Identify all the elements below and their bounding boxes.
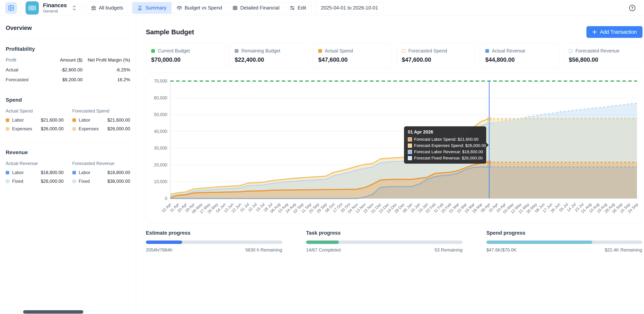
legend-row: Expenses $26,000.00 xyxy=(72,126,130,132)
kpi-label: Forecasted Spend xyxy=(408,48,447,54)
row-label: Actual xyxy=(6,67,46,72)
legend-value: $26,000.00 xyxy=(108,126,130,132)
tooltip-label: Forecast Labor Revenue: $18,800.00 xyxy=(414,150,483,154)
kpi-value: $44,800.00 xyxy=(485,56,554,63)
actual-amount: -$2,800.00 xyxy=(46,67,82,72)
tooltip-row: Forecast Labor Spend: $21,600.00 xyxy=(408,137,482,142)
help-button[interactable]: ? xyxy=(628,4,636,12)
revenue-section: Revenue Actual Revenue Labor $18,800.00 … xyxy=(6,150,130,187)
progress-right-text: $22.4K Remaining xyxy=(605,247,642,253)
page-title: Sample Budget xyxy=(146,28,194,36)
tooltip-label: Forecast Labor Spend: $21,600.00 xyxy=(414,137,478,142)
svg-text:14 Jul: 14 Jul xyxy=(566,202,576,213)
app-title: Finances xyxy=(43,2,67,8)
tab-summary[interactable]: Summary xyxy=(132,2,172,14)
svg-text:30,000: 30,000 xyxy=(154,146,167,150)
spend-progress: Spend progress $47.6K/$70.0K $22.4K Rema… xyxy=(486,230,642,253)
kpi-label: Forecasted Revenue xyxy=(576,48,620,54)
kpi-label: Actual Revenue xyxy=(492,48,526,54)
collapse-sidebar-button[interactable] xyxy=(5,2,17,14)
app-title-block: Finances General xyxy=(43,2,67,14)
all-budgets-label: All budgets xyxy=(99,5,123,11)
view-tabs: Summary Budget vs Spend Det xyxy=(132,2,311,14)
table-icon xyxy=(232,5,238,11)
tab-budget-vs-spend[interactable]: Budget vs Spend xyxy=(172,2,227,14)
toolbar-divider xyxy=(21,3,22,13)
svg-text:01 Jul: 01 Jul xyxy=(240,202,250,213)
tab-edit[interactable]: Edit xyxy=(284,2,311,14)
profitability-section: Profitability Profit Amount ($) Net Prof… xyxy=(6,46,130,82)
legend-label: Fixed xyxy=(79,178,90,184)
budget-burnup-chart[interactable]: 010,00020,00030,00040,00050,00060,00070,… xyxy=(150,76,639,220)
add-transaction-label: Add Transaction xyxy=(600,29,637,35)
scales-icon xyxy=(176,5,182,11)
overview-sidebar: Overview Profitability Profit Amount ($)… xyxy=(0,16,136,314)
spend-title: Spend xyxy=(6,97,130,103)
estimate-progress: Estimate progress 2054h/7684h 5630 h Rem… xyxy=(146,230,282,253)
actual-margin: -6.25% xyxy=(82,67,130,72)
chevron-up-down-icon xyxy=(72,5,77,11)
legend-label: Labor xyxy=(12,118,24,123)
svg-text:50,000: 50,000 xyxy=(154,112,167,117)
app-switcher-button[interactable] xyxy=(71,4,78,12)
sidebar-title: Overview xyxy=(6,24,130,32)
forecast-fixed-revenue-swatch xyxy=(408,156,412,160)
svg-text:10 Jul: 10 Jul xyxy=(247,202,258,213)
kpi-cards: Current Budget $70,000.00 Remaining Budg… xyxy=(146,43,642,68)
horizontal-scrollbar-thumb[interactable] xyxy=(23,310,83,314)
progress-left-text: 2054h/7684h xyxy=(146,247,172,253)
tooltip-label: Forecast Expenses Spend: $26,000.00 xyxy=(414,143,486,148)
kpi-value: $47,600.00 xyxy=(318,56,386,63)
progress-title: Task progress xyxy=(306,230,462,236)
tab-detailed-financial[interactable]: Detailed Financial xyxy=(227,2,285,14)
column-header: Forecasted Revenue xyxy=(72,161,130,166)
fixed-revenue-swatch xyxy=(6,180,9,183)
actual-spend-column: Actual Spend Labor $21,600.00 Expenses $… xyxy=(6,108,64,135)
legend-value: $38,000.00 xyxy=(108,178,130,184)
tab-summary-label: Summary xyxy=(145,5,166,11)
add-transaction-button[interactable]: Add Transaction xyxy=(586,26,642,38)
progress-fill xyxy=(146,240,182,244)
actual-spend-swatch xyxy=(318,49,322,53)
kpi-label: Remaining Budget xyxy=(241,48,280,54)
tooltip-row: Forecast Fixed Revenue: $26,000.00 xyxy=(408,156,482,160)
legend-value: $26,000.00 xyxy=(41,126,64,132)
legend-label: Expenses xyxy=(12,126,32,132)
legend-row: Expenses $26,000.00 xyxy=(6,126,64,132)
legend-row: Labor $18,800.00 xyxy=(6,170,64,175)
kpi-value: $47,600.00 xyxy=(402,56,470,63)
plus-icon xyxy=(592,30,597,34)
legend-row: Labor $18,800.00 xyxy=(72,170,130,175)
budget-chart-card: 010,00020,00030,00040,00050,00060,00070,… xyxy=(146,73,642,223)
kpi-remaining-budget: Remaining Budget $22,400.00 xyxy=(230,43,308,68)
spend-progress-bar xyxy=(486,240,642,244)
forecast-expenses-spend-swatch xyxy=(408,144,412,148)
tab-detailed-financial-label: Detailed Financial xyxy=(240,5,280,11)
top-toolbar: Finances General All budgets xyxy=(0,0,644,16)
legend-value: $26,000.00 xyxy=(41,178,64,184)
estimate-progress-bar xyxy=(146,240,282,244)
progress-left-text: $47.6K/$70.0K xyxy=(486,247,516,253)
date-range-picker[interactable]: 2025-04-01 to 2026-10-01 xyxy=(315,2,384,14)
legend-row: Fixed $38,000.00 xyxy=(72,178,130,184)
all-budgets-button[interactable]: All budgets xyxy=(86,2,128,14)
legend-value: $21,600.00 xyxy=(108,118,130,123)
chart-tooltip: 01 Apr 2026 Forecast Labor Spend: $21,60… xyxy=(404,126,486,164)
remaining-budget-swatch xyxy=(235,49,238,53)
labor-revenue-swatch xyxy=(6,171,9,174)
legend-value: $18,800.00 xyxy=(41,170,64,175)
svg-text:20,000: 20,000 xyxy=(154,162,167,168)
fixed-revenue-swatch xyxy=(72,180,76,183)
kpi-current-budget: Current Budget $70,000.00 xyxy=(146,43,225,68)
row-label: Forecasted xyxy=(6,77,46,82)
column-header: Actual Revenue xyxy=(6,161,64,166)
expenses-spend-swatch xyxy=(72,127,76,131)
svg-text:05 Jul: 05 Jul xyxy=(558,202,569,213)
kpi-value: $22,400.00 xyxy=(235,56,303,63)
legend-row: Fixed $26,000.00 xyxy=(6,178,64,184)
profitability-title: Profitability xyxy=(6,46,130,52)
progress-title: Spend progress xyxy=(486,230,642,236)
svg-text:60,000: 60,000 xyxy=(154,96,167,100)
finances-app-icon xyxy=(26,1,39,14)
legend-label: Labor xyxy=(79,170,90,175)
